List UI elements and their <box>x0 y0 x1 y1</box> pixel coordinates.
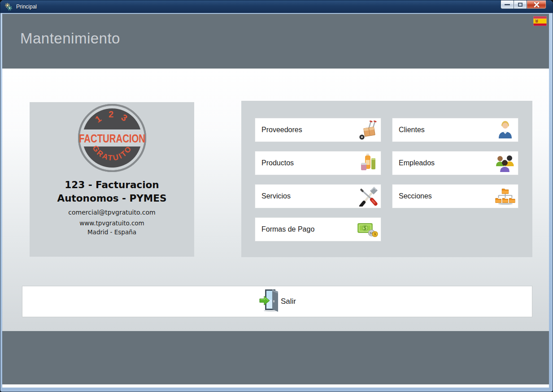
minimize-button[interactable] <box>501 0 514 9</box>
company-website: www.tpvgratuito.com <box>30 220 194 227</box>
hand-truck-icon <box>357 119 378 141</box>
secciones-button[interactable]: Secciones <box>392 184 518 208</box>
page-header: Mantenimiento <box>2 14 549 69</box>
logo-middle-text: FACTURACION <box>79 132 145 145</box>
minimize-icon <box>505 4 510 5</box>
formas-de-pago-label: Formas de Pago <box>261 225 314 233</box>
proveedores-button[interactable]: Proveedores <box>255 118 381 142</box>
servicios-button[interactable]: Servicios <box>255 184 381 208</box>
products-icon <box>357 152 378 174</box>
page-footer <box>2 331 549 384</box>
exit-door-icon <box>258 289 280 314</box>
secciones-label: Secciones <box>399 192 432 200</box>
money-icon: 50 1 <box>357 219 378 240</box>
company-name: 123 - Facturacion Autonomos - PYMES <box>30 178 194 205</box>
title-bar[interactable]: Principal <box>0 0 553 13</box>
clientes-button[interactable]: Clientes <box>392 118 518 142</box>
company-email: comercial@tpvgratuito.com <box>30 209 194 216</box>
close-icon <box>534 2 540 8</box>
spain-flag-icon[interactable] <box>533 16 547 26</box>
gears-app-icon <box>4 3 13 11</box>
page-title: Mantenimiento <box>20 30 120 47</box>
company-location: Madrid - España <box>30 228 194 236</box>
main-area: 1 2 3 FACTURACION GRATUITO 123 - Factura… <box>2 69 549 331</box>
productos-label: Productos <box>261 159 294 167</box>
tools-icon <box>357 185 378 207</box>
salir-button[interactable]: Salir <box>22 286 532 317</box>
client-area: Mantenimiento <box>2 13 549 388</box>
salir-label: Salir <box>281 297 296 306</box>
maximize-button[interactable] <box>514 0 527 9</box>
brand-panel: 1 2 3 FACTURACION GRATUITO 123 - Factura… <box>30 102 194 257</box>
servicios-label: Servicios <box>261 192 291 200</box>
proveedores-label: Proveedores <box>261 126 302 134</box>
employees-icon <box>495 152 515 174</box>
formas-de-pago-button[interactable]: Formas de Pago 50 1 <box>255 217 381 241</box>
maximize-icon <box>518 3 523 7</box>
coin-1-value: 1 <box>374 232 376 236</box>
productos-button[interactable]: Productos <box>255 151 381 175</box>
clientes-label: Clientes <box>399 126 425 134</box>
customer-icon <box>495 119 515 141</box>
sections-tree-icon <box>495 185 515 207</box>
window-title: Principal <box>16 4 37 10</box>
caption-buttons <box>501 0 546 9</box>
empleados-button[interactable]: Empleados <box>392 151 518 175</box>
bottom-strip <box>2 384 549 388</box>
empleados-label: Empleados <box>399 159 435 167</box>
close-button[interactable] <box>527 0 546 9</box>
application-window: Principal Mantenimiento <box>0 0 553 392</box>
company-logo: 1 2 3 FACTURACION GRATUITO <box>30 102 194 175</box>
maintenance-menu-panel: Proveedores <box>241 101 532 257</box>
